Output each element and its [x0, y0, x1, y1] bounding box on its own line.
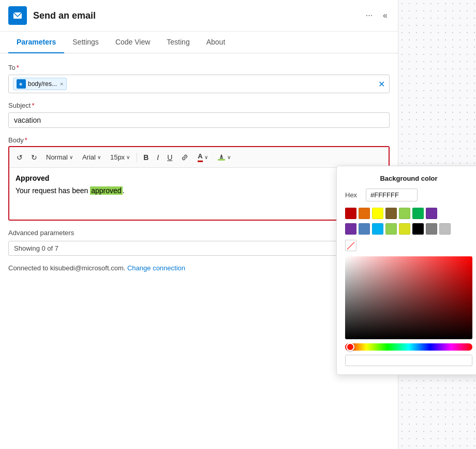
font-label: Arial [82, 153, 96, 161]
to-token[interactable]: ⊕ body/res... × [13, 78, 67, 90]
body-required: * [25, 136, 27, 144]
body-paragraph: Your request has been approved. [16, 186, 382, 195]
right-panel: Background color Hex [398, 0, 476, 449]
bg-color-select[interactable]: ∨ [214, 151, 234, 164]
token-text: body/res... [28, 80, 57, 88]
underline-button[interactable]: U [164, 151, 175, 164]
undo-button[interactable]: ↺ [13, 151, 26, 164]
swatch-lime[interactable] [385, 223, 397, 235]
swatch-yellow[interactable] [372, 208, 383, 219]
svg-rect-4 [218, 159, 225, 161]
app-icon [8, 6, 27, 25]
token-avatar: ⊕ [17, 79, 26, 89]
redo-button[interactable]: ↻ [28, 151, 40, 164]
to-required: * [17, 64, 19, 71]
connection-text: Connected to kisubedi@microsoft.com. [8, 264, 125, 272]
size-select[interactable]: 15px ∨ [107, 151, 133, 163]
link-button[interactable] [177, 151, 192, 164]
body-heading: Approved [16, 174, 382, 182]
advanced-params-section: Advanced parameters Showing 0 of 7 ∨ Sho… [8, 229, 390, 256]
swatch-yellow-green[interactable] [399, 223, 410, 235]
swatch-light-green[interactable] [399, 208, 410, 219]
subject-label: Subject * [8, 102, 390, 109]
body-text-before: Your request has been [16, 186, 90, 195]
connection-info: Connected to kisubedi@microsoft.com. Cha… [8, 264, 390, 272]
style-select[interactable]: Normal ∨ [42, 151, 77, 163]
tab-settings[interactable]: Settings [64, 32, 107, 53]
color-swatches-row1 [345, 208, 472, 219]
font-select[interactable]: Arial ∨ [79, 151, 105, 163]
opacity-row [345, 355, 472, 366]
swatch-green[interactable] [412, 208, 424, 219]
body-field-container: ↺ ↻ Normal ∨ Arial ∨ 15px ∨ B I U [8, 146, 390, 221]
svg-text:⊕: ⊕ [19, 82, 22, 86]
hex-row: Hex [345, 189, 472, 201]
swatch-cyan[interactable] [372, 223, 383, 235]
color-gradient-picker[interactable] [345, 256, 472, 339]
subject-input[interactable] [8, 112, 390, 128]
tab-testing[interactable]: Testing [158, 32, 198, 53]
subject-required: * [32, 102, 34, 109]
advanced-select-row: Showing 0 of 7 ∨ Show all [8, 241, 390, 256]
swatch-blue[interactable] [359, 223, 370, 235]
tabs-bar: Parameters Settings Code View Testing Ab… [0, 32, 398, 53]
hex-input[interactable] [366, 189, 418, 201]
size-label: 15px [110, 153, 125, 161]
swatch-gray[interactable] [426, 223, 437, 235]
swatch-black[interactable] [412, 223, 424, 235]
to-field-group: To * ⊕ body/res... × ✕ [8, 64, 390, 93]
body-label: Body * [8, 136, 390, 144]
header: Send an email ··· « [0, 0, 398, 32]
bg-color-icon [217, 153, 226, 162]
advanced-params-select[interactable]: Showing 0 of 7 ∨ [8, 241, 358, 256]
swatch-transparent[interactable] [345, 240, 356, 251]
to-clear-icon[interactable]: ✕ [378, 79, 385, 89]
to-label: To * [8, 64, 390, 71]
swatch-orange[interactable] [359, 208, 370, 219]
font-color-select[interactable]: A ∨ [194, 150, 211, 164]
italic-button[interactable]: I [154, 151, 162, 164]
body-text-after: . [123, 186, 125, 195]
color-picker-title: Background color [345, 175, 472, 182]
header-right: ··· « [364, 9, 390, 22]
to-input-container[interactable]: ⊕ body/res... × ✕ [8, 75, 390, 93]
bg-color-chevron-icon: ∨ [227, 154, 231, 160]
hex-label: Hex [345, 191, 361, 199]
body-content-area[interactable]: Approved Your request has been approved. [9, 168, 389, 220]
swatch-violet[interactable] [345, 223, 356, 235]
swatch-red[interactable] [345, 208, 356, 219]
advanced-select-text: Showing 0 of 7 [14, 244, 58, 252]
font-color-label: A [198, 152, 202, 162]
bold-button[interactable]: B [140, 151, 152, 164]
body-toolbar: ↺ ↻ Normal ∨ Arial ∨ 15px ∨ B I U [9, 147, 389, 168]
tab-code-view[interactable]: Code View [107, 32, 158, 53]
header-title: Send an email [33, 10, 96, 21]
font-chevron-icon: ∨ [97, 154, 101, 160]
more-options-icon[interactable]: ··· [364, 9, 375, 22]
swatch-light-gray[interactable] [439, 223, 451, 235]
style-label: Normal [46, 153, 68, 161]
hue-slider[interactable] [345, 343, 472, 351]
color-picker-popup: Background color Hex [336, 166, 476, 375]
body-highlighted-word: approved [90, 186, 122, 195]
opacity-input[interactable] [345, 355, 472, 366]
token-remove-icon[interactable]: × [60, 81, 63, 87]
color-swatches-row3 [345, 240, 472, 251]
tab-parameters[interactable]: Parameters [8, 32, 64, 53]
change-connection-link[interactable]: Change connection [127, 264, 185, 272]
collapse-icon[interactable]: « [381, 9, 390, 22]
header-left: Send an email [8, 6, 96, 25]
subject-field-group: Subject * [8, 102, 390, 128]
swatch-brown[interactable] [385, 208, 397, 219]
color-swatches-row2 [345, 223, 472, 235]
toolbar-divider-1 [137, 153, 137, 162]
style-chevron-icon: ∨ [69, 154, 73, 160]
hue-thumb[interactable] [346, 343, 354, 351]
advanced-params-label: Advanced parameters [8, 229, 390, 237]
swatch-purple[interactable] [426, 208, 437, 219]
tab-about[interactable]: About [198, 32, 234, 53]
font-color-chevron-icon: ∨ [204, 154, 208, 160]
size-chevron-icon: ∨ [126, 154, 130, 160]
